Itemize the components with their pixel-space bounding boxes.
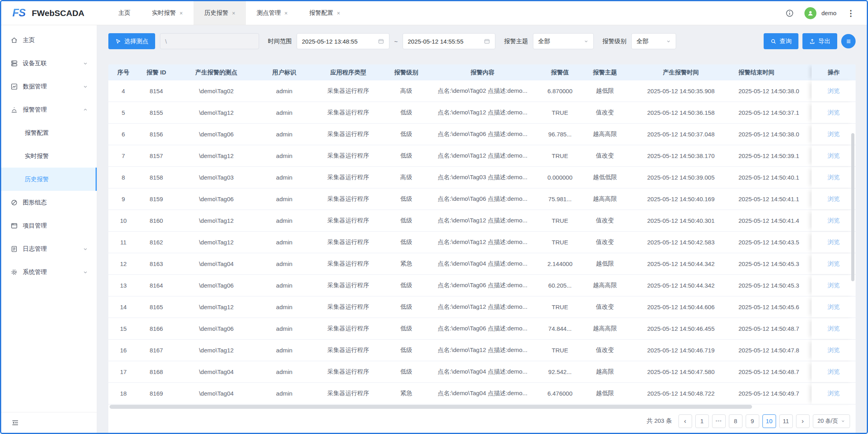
view-link[interactable]: 浏览 — [828, 195, 840, 203]
page-button[interactable]: 11 — [779, 414, 793, 428]
select-point-button[interactable]: 选择测点 — [108, 33, 155, 49]
table-cell: 2025-05-12 14:50:48.722 — [629, 383, 733, 404]
vertical-scrollbar-track — [851, 133, 854, 357]
prev-page-button[interactable]: ‹ — [678, 414, 692, 428]
sidebar-item-history-alarm[interactable]: 历史报警 — [1, 168, 97, 191]
tab-label: 历史报警 — [204, 9, 228, 17]
username[interactable]: demo — [821, 10, 836, 16]
tab-realtime-alarm[interactable]: 实时报警 × — [141, 1, 194, 25]
page-button[interactable]: 9 — [746, 414, 759, 428]
query-button[interactable]: 查询 — [764, 33, 798, 49]
home-icon — [10, 36, 18, 44]
close-icon[interactable]: × — [232, 10, 235, 16]
page-size-value: 20 条/页 — [818, 418, 838, 425]
view-link[interactable]: 浏览 — [828, 390, 840, 397]
table-cell: admin — [258, 102, 310, 123]
view-link[interactable]: 浏览 — [828, 130, 840, 138]
view-link[interactable]: 浏览 — [828, 368, 840, 376]
time-from-input[interactable]: 2025-05-12 13:48:55 — [297, 33, 389, 49]
view-link[interactable]: 浏览 — [828, 87, 840, 95]
tilde-separator: ~ — [394, 38, 398, 45]
avatar[interactable] — [804, 7, 816, 19]
table-cell: 2025-05-12 14:50:46.719 — [629, 340, 733, 361]
view-link[interactable]: 浏览 — [828, 346, 840, 354]
view-link[interactable]: 浏览 — [828, 325, 840, 332]
table-cell: TRUE — [539, 232, 581, 253]
query-label: 查询 — [780, 38, 792, 45]
tab-history-alarm[interactable]: 历史报警 × — [194, 1, 246, 25]
project-icon — [10, 222, 18, 230]
view-link[interactable]: 浏览 — [828, 174, 840, 181]
view-link[interactable]: 浏览 — [828, 238, 840, 246]
view-link[interactable]: 浏览 — [828, 109, 840, 116]
table-cell: 9 — [108, 188, 138, 210]
column-settings-button[interactable] — [841, 34, 856, 48]
sidebar-item-alarm-config[interactable]: 报警配置 — [1, 121, 97, 144]
table-cell: 2.144000 — [539, 253, 581, 274]
sidebar-item-data-management[interactable]: 数据管理 — [1, 75, 97, 98]
column-header: 用户标识 — [258, 64, 310, 80]
close-icon[interactable]: × — [284, 10, 287, 16]
view-link[interactable]: 浏览 — [828, 303, 840, 311]
alarm-level-label: 报警级别 — [603, 38, 627, 45]
point-input[interactable]: \ — [160, 33, 259, 49]
tab-home[interactable]: 主页 — [108, 1, 141, 25]
table-cell: 越高高限 — [581, 124, 629, 145]
table-cell: admin — [258, 318, 310, 339]
sidebar-item-device-interconnect[interactable]: 设备互联 — [1, 52, 97, 75]
time-to-input[interactable]: 2025-05-12 14:55:55 — [403, 33, 495, 49]
table-cell: 浏览 — [812, 102, 856, 123]
view-link[interactable]: 浏览 — [828, 217, 840, 224]
sidebar-item-log-management[interactable]: 日志管理 — [1, 237, 97, 260]
tab-point-management[interactable]: 测点管理 × — [246, 1, 298, 25]
sidebar-item-home[interactable]: 主页 — [1, 28, 97, 52]
sidebar-item-label: 日志管理 — [23, 245, 47, 253]
close-icon[interactable]: × — [180, 10, 183, 16]
sidebar-item-realtime-alarm[interactable]: 实时报警 — [1, 144, 97, 168]
table-cell: 2025-05-12 14:50:38.0 — [733, 124, 812, 145]
page-ellipsis[interactable]: ••• — [712, 414, 726, 428]
alarm-level-select[interactable]: 全部 — [631, 33, 676, 49]
table-cell: 8160 — [138, 210, 174, 231]
sidebar-item-alarm-management[interactable]: 报警管理 — [1, 98, 97, 121]
table-cell: 低级 — [386, 232, 426, 253]
page-button[interactable]: 8 — [729, 414, 742, 428]
table-cell: 点名:\demo\Tag04 点描述:demo... — [426, 361, 539, 382]
view-link[interactable]: 浏览 — [828, 282, 840, 289]
chevron-down-icon — [83, 270, 88, 275]
table-cell: admin — [258, 361, 310, 382]
view-link[interactable]: 浏览 — [828, 260, 840, 268]
filter-toolbar: 选择测点 \ 时间范围 2025-05-12 13:48:55 ~ 2025-0… — [108, 32, 856, 51]
sidebar-item-graphic-config[interactable]: 图形组态 — [1, 191, 97, 214]
column-header: 报警内容 — [426, 64, 539, 80]
info-icon[interactable] — [785, 9, 794, 18]
export-button[interactable]: 导出 — [802, 33, 837, 49]
table-cell: 值改变 — [581, 232, 629, 253]
page-button[interactable]: 1 — [695, 414, 709, 428]
sidebar-item-system-management[interactable]: 系统管理 — [1, 260, 97, 284]
table-cell: 采集器运行程序 — [310, 340, 386, 361]
table-cell: 浏览 — [812, 232, 856, 253]
vertical-scrollbar[interactable] — [851, 133, 854, 281]
pagination-bar: 共 203 条 ‹ 1•••891011 › 20 条/页 — [108, 409, 856, 433]
page-button[interactable]: 10 — [762, 414, 776, 428]
horizontal-scrollbar[interactable] — [110, 405, 752, 409]
table-cell: \demo\Tag04 — [174, 253, 258, 274]
table-cell: 紧急 — [386, 383, 426, 404]
next-page-button[interactable]: › — [796, 414, 810, 428]
collapse-sidebar-icon[interactable] — [11, 418, 20, 427]
column-header: 产生报警的测点 — [174, 64, 258, 80]
tab-alarm-config[interactable]: 报警配置 × — [299, 1, 351, 25]
view-link[interactable]: 浏览 — [828, 152, 840, 160]
column-header: 报警主题 — [581, 64, 629, 80]
sidebar-item-project-management[interactable]: 项目管理 — [1, 214, 97, 237]
close-icon[interactable]: × — [337, 10, 340, 16]
alarm-table-card: 序号报警 ID产生报警的测点用户标识应用程序类型报警级别报警内容报警值报警主题产… — [108, 64, 856, 433]
table-cell: 值改变 — [581, 296, 629, 318]
page-size-select[interactable]: 20 条/页 — [813, 414, 850, 428]
table-cell: \demo\Tag06 — [174, 275, 258, 296]
chevron-down-icon — [666, 39, 671, 44]
alarm-topic-select[interactable]: 全部 — [533, 33, 594, 49]
table-cell: 低级 — [386, 188, 426, 210]
kebab-menu-icon[interactable]: ⋮ — [847, 9, 855, 17]
